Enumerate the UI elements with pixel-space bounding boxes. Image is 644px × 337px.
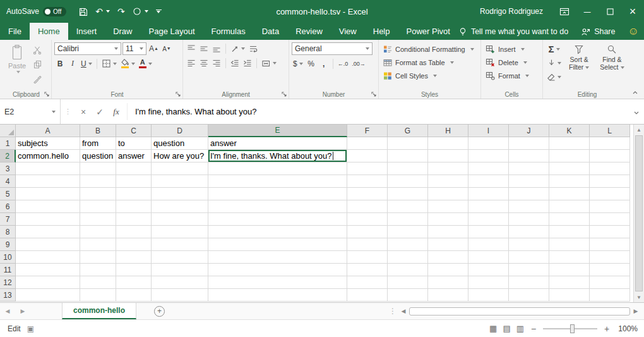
- italic-button[interactable]: I: [67, 58, 78, 70]
- font-name-combo[interactable]: Calibri: [54, 42, 121, 55]
- cell-b7[interactable]: [80, 213, 116, 226]
- cell-l3[interactable]: [590, 162, 630, 175]
- cell-c7[interactable]: [116, 213, 152, 226]
- cell-k1[interactable]: [549, 137, 590, 150]
- normal-view-button[interactable]: ▦: [489, 324, 497, 333]
- cell-h5[interactable]: [428, 188, 468, 200]
- zoom-out-button[interactable]: −: [530, 324, 537, 334]
- cell-k12[interactable]: [549, 276, 590, 289]
- cell-c12[interactable]: [116, 276, 152, 289]
- accounting-format-button[interactable]: $: [292, 58, 304, 70]
- cell-j10[interactable]: [509, 251, 549, 264]
- format-painter-button[interactable]: [32, 73, 43, 85]
- cell-b11[interactable]: [80, 264, 116, 276]
- cell-f13[interactable]: [347, 289, 388, 302]
- autosum-button[interactable]: Σ: [546, 43, 563, 55]
- orientation-button[interactable]: [229, 42, 246, 54]
- cell-b6[interactable]: [80, 200, 116, 213]
- middle-align-button[interactable]: [198, 42, 210, 54]
- cell-l4[interactable]: [590, 175, 630, 188]
- autosave-pill[interactable]: Off: [43, 7, 66, 16]
- column-header-j[interactable]: J: [509, 125, 549, 137]
- conditional-formatting-button[interactable]: Conditional Formatting: [381, 42, 478, 56]
- cell-b8[interactable]: [80, 226, 116, 238]
- cell-l5[interactable]: [590, 188, 630, 200]
- cell-g2[interactable]: [388, 150, 428, 162]
- cell-j9[interactable]: [509, 238, 549, 251]
- cell-i4[interactable]: [468, 175, 509, 188]
- cell-b12[interactable]: [80, 276, 116, 289]
- cell-l12[interactable]: [590, 276, 630, 289]
- cell-c8[interactable]: [116, 226, 152, 238]
- scroll-left-icon[interactable]: ◀: [399, 308, 408, 314]
- cell-a12[interactable]: [16, 276, 80, 289]
- cell-b9[interactable]: [80, 238, 116, 251]
- cell-f5[interactable]: [347, 188, 388, 200]
- name-box-resize-handle[interactable]: ⋮: [61, 107, 75, 116]
- cell-h11[interactable]: [428, 264, 468, 276]
- close-button[interactable]: ×: [621, 0, 644, 23]
- zoom-slider-handle[interactable]: [570, 324, 575, 333]
- name-box[interactable]: E2: [0, 99, 61, 124]
- cell-c2[interactable]: answer: [116, 150, 152, 162]
- tab-draw[interactable]: Draw: [105, 23, 140, 40]
- cell-d10[interactable]: [152, 251, 208, 264]
- cell-c1[interactable]: to: [116, 137, 152, 150]
- tab-data[interactable]: Data: [254, 23, 287, 40]
- cell-h13[interactable]: [428, 289, 468, 302]
- underline-button[interactable]: U: [80, 58, 93, 70]
- scroll-right-icon[interactable]: ▶: [631, 308, 640, 314]
- cell-h8[interactable]: [428, 226, 468, 238]
- column-header-b[interactable]: B: [80, 125, 116, 137]
- cell-a6[interactable]: [16, 200, 80, 213]
- cell-g6[interactable]: [388, 200, 428, 213]
- row-header-8[interactable]: 8: [0, 226, 16, 238]
- cell-f6[interactable]: [347, 200, 388, 213]
- column-header-h[interactable]: H: [428, 125, 468, 137]
- cell-j12[interactable]: [509, 276, 549, 289]
- tab-formulas[interactable]: Formulas: [203, 23, 254, 40]
- cell-h4[interactable]: [428, 175, 468, 188]
- macro-record-icon[interactable]: ▣: [27, 324, 34, 333]
- cell-d7[interactable]: [152, 213, 208, 226]
- cell-g4[interactable]: [388, 175, 428, 188]
- horizontal-scroll-thumb[interactable]: [409, 307, 630, 316]
- cell-f1[interactable]: [347, 137, 388, 150]
- row-header-6[interactable]: 6: [0, 200, 16, 213]
- cell-g12[interactable]: [388, 276, 428, 289]
- copy-button[interactable]: [32, 58, 43, 70]
- autosave-toggle[interactable]: AutoSave Off: [6, 7, 66, 16]
- next-sheet-button[interactable]: ▶: [15, 303, 30, 319]
- cell-e4[interactable]: [208, 175, 347, 188]
- cell-d6[interactable]: [152, 200, 208, 213]
- format-cells-button[interactable]: Format: [484, 69, 540, 82]
- cell-k9[interactable]: [549, 238, 590, 251]
- column-header-k[interactable]: K: [549, 125, 590, 137]
- fill-color-button[interactable]: [119, 58, 136, 70]
- cell-l7[interactable]: [590, 213, 630, 226]
- alignment-dialog-launcher[interactable]: [281, 91, 287, 97]
- cell-f4[interactable]: [347, 175, 388, 188]
- number-dialog-launcher[interactable]: [371, 91, 377, 97]
- cell-styles-button[interactable]: Cell Styles: [381, 69, 478, 82]
- cell-h3[interactable]: [428, 162, 468, 175]
- percent-style-button[interactable]: %: [306, 58, 317, 70]
- cell-a7[interactable]: [16, 213, 80, 226]
- increase-decimal-button[interactable]: ←.0: [337, 58, 350, 70]
- align-center-button[interactable]: [198, 57, 210, 69]
- tab-page-layout[interactable]: Page Layout: [141, 23, 203, 40]
- tab-help[interactable]: Help: [365, 23, 398, 40]
- cell-k4[interactable]: [549, 175, 590, 188]
- find-select-button[interactable]: Find &Select: [595, 42, 628, 83]
- cell-f3[interactable]: [347, 162, 388, 175]
- cell-h1[interactable]: [428, 137, 468, 150]
- cell-l8[interactable]: [590, 226, 630, 238]
- touch-mouse-mode-button[interactable]: [131, 6, 150, 17]
- paste-button[interactable]: Paste: [4, 42, 30, 85]
- cell-i2[interactable]: [468, 150, 509, 162]
- row-header-2[interactable]: 2: [0, 150, 16, 162]
- insert-cells-button[interactable]: Insert: [484, 42, 540, 56]
- cell-d12[interactable]: [152, 276, 208, 289]
- cell-b3[interactable]: [80, 162, 116, 175]
- cell-d4[interactable]: [152, 175, 208, 188]
